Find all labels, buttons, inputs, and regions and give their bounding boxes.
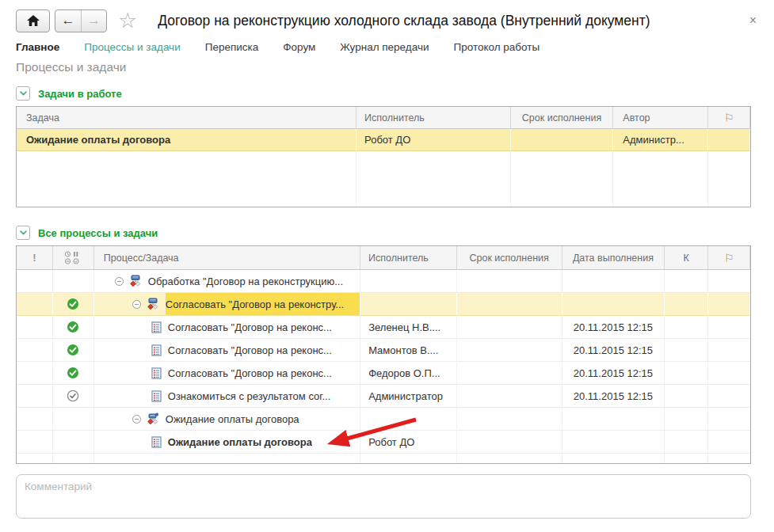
flag-icon: ⚐ xyxy=(724,112,734,124)
collapse-tasks-button[interactable] xyxy=(16,86,30,101)
tab-protokol[interactable]: Протокол работы xyxy=(453,41,540,53)
chevron-down-icon xyxy=(20,91,27,96)
tab-forum[interactable]: Форум xyxy=(283,41,315,53)
forward-button[interactable]: → xyxy=(81,10,106,32)
process-name: Обработка "Договор на реконструкцию... xyxy=(148,276,343,287)
col-due-label: Срок исполнения xyxy=(522,112,601,124)
task-row-fedorov[interactable]: Согласовать "Договор на реконс... Федоро… xyxy=(17,362,750,385)
row-executor: Федоров О.П... xyxy=(360,362,457,385)
row-done: 20.11.2015 12:15 xyxy=(562,362,665,385)
task-icon xyxy=(151,344,162,356)
row-done xyxy=(562,270,665,293)
row-executor: Робот ДО xyxy=(360,431,457,454)
task-icon xyxy=(151,390,162,402)
section-tasks-title[interactable]: Задачи в работе xyxy=(38,88,122,100)
process-row-soglasovat-selected[interactable]: Согласовать "Договор на реконстру... xyxy=(17,293,750,316)
task-row[interactable]: Ожидание оплаты договора Робот ДО Админи… xyxy=(17,129,750,151)
tab-perepiska[interactable]: Переписка xyxy=(205,41,259,53)
row-done xyxy=(562,431,665,454)
task-row-zelenec[interactable]: Согласовать "Договор на реконс... Зелене… xyxy=(17,316,750,339)
task-name: Ожидание оплаты договора xyxy=(17,129,356,151)
task-icon xyxy=(151,321,162,333)
processes-table-empty-area xyxy=(17,454,750,463)
collapse-node-icon[interactable] xyxy=(132,415,141,424)
row-executor: Мамонтов В.... xyxy=(360,339,457,362)
col-importance[interactable]: ! xyxy=(17,246,53,270)
process-row-ozhidanie[interactable]: Ожидание оплаты договора xyxy=(17,408,750,431)
importance-icon: ! xyxy=(32,252,36,264)
row-executor: Администратор xyxy=(360,385,457,408)
task-name: Согласовать "Договор на реконс... xyxy=(168,344,332,356)
favorite-star-icon[interactable]: ☆ xyxy=(118,10,137,32)
row-executor xyxy=(360,293,457,316)
col-k[interactable]: К xyxy=(665,246,708,270)
completed-check-icon xyxy=(67,344,79,356)
col-executor[interactable]: Исполнитель xyxy=(356,107,511,129)
row-done xyxy=(562,293,665,316)
tab-bar: Главное Процессы и задачи Переписка Фору… xyxy=(16,41,758,53)
col-executor2[interactable]: Исполнитель xyxy=(360,246,457,270)
forward-icon: → xyxy=(87,13,101,28)
task-icon xyxy=(151,367,162,379)
comment-input[interactable] xyxy=(16,474,751,519)
col-flag[interactable]: ⚐ xyxy=(708,107,750,129)
home-icon xyxy=(27,15,40,26)
processes-table: ! Процесс/Задача Исполнитель Срок исполн… xyxy=(16,245,751,464)
process-name: Согласовать "Договор на реконстру... xyxy=(166,298,344,310)
col-author[interactable]: Автор xyxy=(613,107,708,129)
processes-table-wrap: ! Процесс/Задача Исполнитель Срок исполн… xyxy=(0,245,774,464)
tab-glavnoe[interactable]: Главное xyxy=(16,41,59,53)
col-done[interactable]: Дата выполнения xyxy=(562,246,665,270)
row-executor: Зеленец Н.В.... xyxy=(360,316,457,339)
row-done: 20.11.2015 12:15 xyxy=(562,385,665,408)
nav-buttons: ← → xyxy=(55,10,107,32)
task-due xyxy=(511,129,614,151)
task-executor: Робот ДО xyxy=(356,129,511,151)
col-flag2[interactable]: ⚐ xyxy=(708,246,750,270)
back-button[interactable]: ← xyxy=(55,10,81,32)
row-executor xyxy=(360,408,457,431)
page-title: Процессы и задачи xyxy=(16,60,758,74)
task-flag-cell xyxy=(708,129,750,151)
process-icon xyxy=(147,298,159,310)
tasks-table-empty-area xyxy=(17,151,750,207)
task-row-mamontov[interactable]: Согласовать "Договор на реконс... Мамонт… xyxy=(17,339,750,362)
window-title: Договор на реконструкцию холодного склад… xyxy=(158,13,741,29)
tab-zhurnal[interactable]: Журнал передачи xyxy=(340,41,429,53)
collapse-node-icon[interactable] xyxy=(132,300,141,309)
done-outline-check-icon xyxy=(67,390,79,402)
row-executor xyxy=(360,270,457,293)
task-name: Согласовать "Договор на реконс... xyxy=(168,367,332,379)
col-status[interactable] xyxy=(53,246,94,270)
back-icon: ← xyxy=(62,13,75,28)
chevron-down-icon xyxy=(20,230,27,235)
collapse-node-icon[interactable] xyxy=(115,277,124,286)
section-all-title[interactable]: Все процессы и задачи xyxy=(38,227,158,239)
close-icon[interactable]: × xyxy=(748,13,758,28)
section-tasks-header: Задачи в работе xyxy=(16,86,758,101)
col-due[interactable]: Срок исполнения xyxy=(511,107,614,129)
toolbar: ← → ☆ Договор на реконструкцию холодного… xyxy=(16,8,758,33)
selected-cell: Согласовать "Договор на реконстру... xyxy=(166,293,360,315)
status-icons xyxy=(64,251,82,264)
task-row-oznakomitsya[interactable]: Ознакомиться с результатом сог... Админи… xyxy=(17,385,750,408)
collapse-all-button[interactable] xyxy=(16,226,30,240)
col-task[interactable]: Задача xyxy=(17,107,356,129)
task-row-ozhidanie-oplaty[interactable]: Ожидание оплаты договора Робот ДО xyxy=(17,431,750,454)
col-due2[interactable]: Срок исполнения xyxy=(457,246,562,270)
process-name: Ожидание оплаты договора xyxy=(166,413,299,425)
task-name: Ознакомиться с результатом сог... xyxy=(168,390,331,402)
flag-icon: ⚐ xyxy=(724,252,734,264)
process-icon xyxy=(129,275,142,287)
tab-processy-zadachi[interactable]: Процессы и задачи xyxy=(84,41,180,53)
task-name: Ожидание оплаты договора xyxy=(168,436,312,448)
task-icon xyxy=(151,436,162,448)
tasks-table-header: Задача Исполнитель Срок исполнения Автор… xyxy=(17,107,750,129)
completed-check-icon xyxy=(67,298,79,310)
tasks-table: Задача Исполнитель Срок исполнения Автор… xyxy=(16,106,751,207)
col-process[interactable]: Процесс/Задача xyxy=(94,246,360,270)
row-done: 20.11.2015 12:15 xyxy=(562,316,665,339)
task-author: Администр... xyxy=(613,129,708,151)
home-button[interactable] xyxy=(16,10,50,32)
process-row-obrabotka[interactable]: Обработка "Договор на реконструкцию... xyxy=(17,270,750,293)
